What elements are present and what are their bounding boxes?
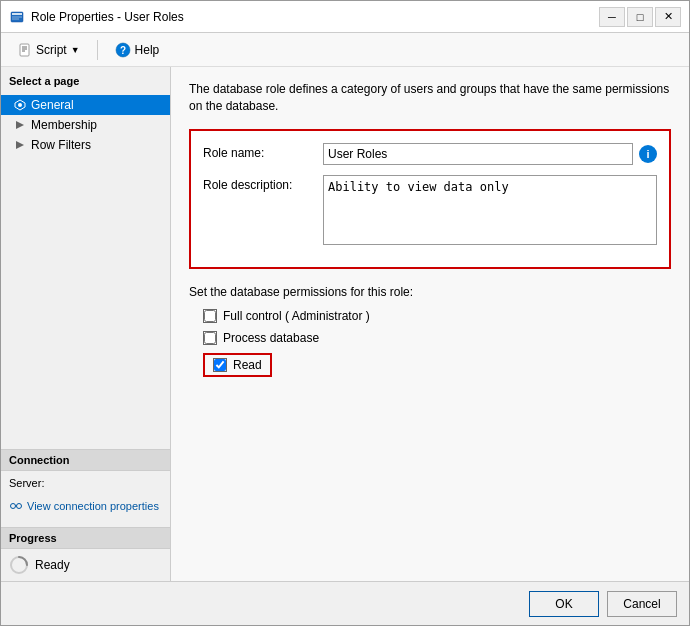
process-database-label: Process database: [223, 331, 319, 345]
sidebar-item-membership[interactable]: Membership: [1, 115, 170, 135]
role-form-section: Role name: i Role description: Ability t…: [189, 129, 671, 269]
script-icon: [18, 43, 32, 57]
close-button[interactable]: ✕: [655, 7, 681, 27]
role-name-input[interactable]: [323, 143, 633, 165]
progress-status-row: Ready: [9, 555, 162, 575]
help-icon: ?: [115, 42, 131, 58]
toolbar: Script ▼ ? Help: [1, 33, 689, 67]
progress-status-text: Ready: [35, 558, 70, 572]
toolbar-divider: [97, 40, 98, 60]
select-page-label: Select a page: [1, 67, 170, 91]
sidebar: Select a page General: [1, 67, 171, 581]
process-database-row: Process database: [189, 331, 671, 345]
role-description-input-group: Ability to view data only: [323, 175, 657, 245]
view-connection-link[interactable]: View connection properties: [1, 495, 170, 517]
svg-text:?: ?: [120, 45, 126, 56]
svg-point-11: [11, 504, 16, 509]
read-label: Read: [233, 358, 262, 372]
maximize-button[interactable]: □: [627, 7, 653, 27]
full-control-checkbox-input[interactable]: [204, 310, 216, 322]
script-label: Script: [36, 43, 67, 57]
spinner-icon: [9, 555, 29, 575]
read-row-highlighted: Read: [203, 353, 272, 377]
read-checkbox[interactable]: [213, 358, 227, 372]
sidebar-item-general-label: General: [31, 98, 74, 112]
svg-point-12: [17, 504, 22, 509]
minimize-button[interactable]: ─: [599, 7, 625, 27]
role-name-label: Role name:: [203, 143, 323, 160]
main-window: Role Properties - User Roles ─ □ ✕ Scrip…: [0, 0, 690, 626]
ok-button[interactable]: OK: [529, 591, 599, 617]
title-bar: Role Properties - User Roles ─ □ ✕: [1, 1, 689, 33]
main-content: Select a page General: [1, 67, 689, 581]
title-bar-left: Role Properties - User Roles: [9, 9, 184, 25]
permissions-section: Set the database permissions for this ro…: [189, 285, 671, 377]
row-filters-icon: [13, 138, 27, 152]
svg-point-10: [18, 103, 22, 107]
full-control-checkbox[interactable]: [203, 309, 217, 323]
svg-rect-4: [20, 44, 29, 56]
role-description-label: Role description:: [203, 175, 323, 192]
content-area: The database role defines a category of …: [171, 67, 689, 581]
connection-icon: [9, 499, 23, 513]
full-control-label: Full control ( Administrator ): [223, 309, 370, 323]
sidebar-item-general[interactable]: General: [1, 95, 170, 115]
sidebar-item-row-filters-label: Row Filters: [31, 138, 91, 152]
cancel-button[interactable]: Cancel: [607, 591, 677, 617]
general-icon: [13, 98, 27, 112]
title-controls: ─ □ ✕: [599, 7, 681, 27]
role-description-textarea[interactable]: Ability to view data only: [323, 175, 657, 245]
sidebar-item-row-filters[interactable]: Row Filters: [1, 135, 170, 155]
membership-icon: [13, 118, 27, 132]
help-button[interactable]: ? Help: [106, 38, 169, 62]
window-icon: [9, 9, 25, 25]
full-control-row: Full control ( Administrator ): [189, 309, 671, 323]
footer: OK Cancel: [1, 581, 689, 625]
read-row-wrapper: Read: [189, 353, 671, 377]
process-database-checkbox[interactable]: [203, 331, 217, 345]
server-label: Server:: [9, 477, 44, 489]
script-button[interactable]: Script ▼: [9, 39, 89, 61]
role-name-row: Role name: i: [203, 143, 657, 165]
permissions-label: Set the database permissions for this ro…: [189, 285, 671, 299]
read-checkbox-input[interactable]: [214, 359, 226, 371]
sidebar-nav: General Membership: [1, 95, 170, 155]
process-database-checkbox-input[interactable]: [204, 332, 216, 344]
sidebar-item-membership-label: Membership: [31, 118, 97, 132]
script-dropdown-arrow: ▼: [71, 45, 80, 55]
view-connection-label: View connection properties: [27, 500, 159, 512]
progress-title: Progress: [1, 527, 170, 549]
role-name-input-group: i: [323, 143, 657, 165]
connection-title: Connection: [1, 449, 170, 471]
role-description-row: Role description: Ability to view data o…: [203, 175, 657, 245]
description-text: The database role defines a category of …: [189, 81, 671, 115]
progress-section: Ready: [1, 549, 170, 581]
window-title: Role Properties - User Roles: [31, 10, 184, 24]
help-label: Help: [135, 43, 160, 57]
sidebar-bottom: Connection Server: View connection prope…: [1, 449, 170, 581]
server-info: Server:: [1, 471, 170, 495]
svg-rect-1: [12, 13, 22, 15]
info-icon[interactable]: i: [639, 145, 657, 163]
